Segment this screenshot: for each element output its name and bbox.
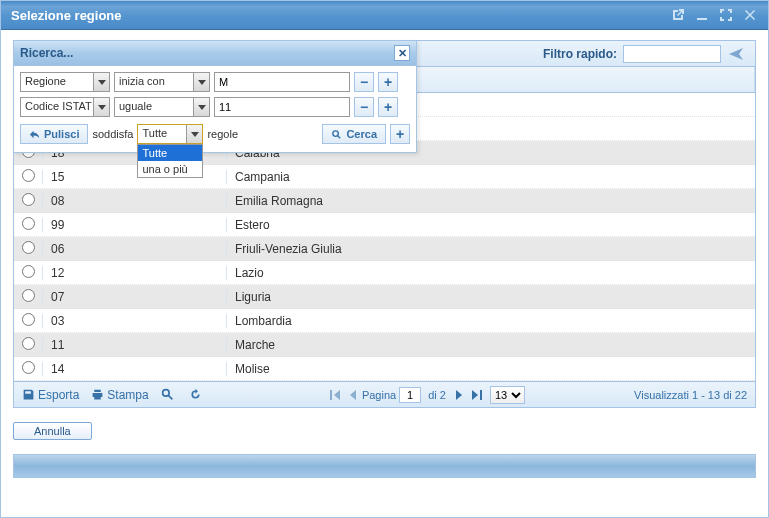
row-radio[interactable]	[22, 361, 35, 374]
chevron-down-icon[interactable]	[93, 73, 109, 91]
cell-name: Lombardia	[226, 314, 755, 328]
quick-filter-go-icon[interactable]	[727, 44, 747, 64]
cell-id: 14	[42, 362, 226, 376]
close-icon[interactable]	[742, 7, 758, 23]
match-dropdown: Tutte una o più	[137, 144, 203, 178]
row-radio[interactable]	[22, 217, 35, 230]
minimize-icon[interactable]	[694, 7, 710, 23]
field-select[interactable]: Regione	[20, 72, 110, 92]
remove-criteria-button[interactable]: −	[354, 72, 374, 92]
match-select[interactable]: Tutte Tutte una o più	[137, 124, 203, 144]
pager: Pagina di 2 13	[326, 386, 525, 404]
table-row[interactable]: 07Liguria	[14, 285, 755, 309]
display-info: Visualizzati 1 - 13 di 22	[634, 389, 747, 401]
cell-name: Lazio	[226, 266, 755, 280]
add-criteria-button[interactable]: +	[378, 72, 398, 92]
bottom-band	[13, 454, 756, 478]
dialog-header: Selezione regione	[1, 1, 768, 30]
magnifier-icon	[331, 129, 342, 140]
cell-name: Friuli-Venezia Giulia	[226, 242, 755, 256]
row-radio[interactable]	[22, 241, 35, 254]
pager-page-input[interactable]	[399, 387, 421, 403]
operator-select[interactable]: inizia con	[114, 72, 210, 92]
reset-button[interactable]: Pulisci	[20, 124, 88, 144]
search-close-button[interactable]: ✕	[394, 45, 410, 61]
criteria-value-input[interactable]	[214, 97, 350, 117]
cell-name: Emilia Romagna	[226, 194, 755, 208]
cell-name: Campania	[226, 170, 755, 184]
cell-id: 06	[42, 242, 226, 256]
quick-filter-label: Filtro rapido:	[543, 47, 617, 61]
cancel-button[interactable]: Annulla	[13, 422, 92, 440]
pager-prev-icon[interactable]	[347, 389, 359, 401]
chevron-down-icon[interactable]	[193, 73, 209, 91]
row-radio[interactable]	[22, 337, 35, 350]
table-row[interactable]: 99Estero	[14, 213, 755, 237]
row-radio[interactable]	[22, 313, 35, 326]
cell-name: Liguria	[226, 290, 755, 304]
cell-id: 12	[42, 266, 226, 280]
cell-id: 11	[42, 338, 226, 352]
cell-id: 03	[42, 314, 226, 328]
row-radio[interactable]	[22, 193, 35, 206]
search-panel: Ricerca... ✕ Regione inizia con − + Codi…	[13, 40, 417, 153]
operator-select[interactable]: uguale	[114, 97, 210, 117]
search-panel-title: Ricerca...	[20, 46, 394, 60]
svg-point-1	[162, 390, 169, 397]
match-option[interactable]: Tutte	[138, 145, 202, 161]
undo-icon	[29, 129, 40, 140]
search-go-button[interactable]: Cerca	[322, 124, 386, 144]
print-button[interactable]: Stampa	[91, 388, 148, 402]
refresh-button[interactable]	[189, 388, 205, 401]
match-prefix: soddisfa	[92, 128, 133, 140]
criteria-row: Regione inizia con − +	[20, 72, 410, 92]
match-option[interactable]: una o più	[138, 161, 202, 177]
cell-id: 07	[42, 290, 226, 304]
pager-last-icon[interactable]	[471, 389, 483, 401]
svg-rect-0	[697, 18, 707, 20]
refresh-icon	[189, 388, 202, 401]
row-radio[interactable]	[22, 265, 35, 278]
pager-pagesize-select[interactable]: 13	[490, 386, 525, 404]
cell-name: Estero	[226, 218, 755, 232]
table-row[interactable]: 03Lombardia	[14, 309, 755, 333]
field-select[interactable]: Codice ISTAT	[20, 97, 110, 117]
chevron-down-icon[interactable]	[193, 98, 209, 116]
cell-id: 08	[42, 194, 226, 208]
table-row[interactable]: 06Friuli-Venezia Giulia	[14, 237, 755, 261]
criteria-value-input[interactable]	[214, 72, 350, 92]
row-radio[interactable]	[22, 169, 35, 182]
cell-name: Marche	[226, 338, 755, 352]
remove-criteria-button[interactable]: −	[354, 97, 374, 117]
table-row[interactable]: 14Molise	[14, 357, 755, 381]
table-row[interactable]: 12Lazio	[14, 261, 755, 285]
row-radio[interactable]	[22, 289, 35, 302]
dialog-title: Selezione regione	[11, 8, 662, 23]
maximize-icon[interactable]	[718, 7, 734, 23]
export-button[interactable]: Esporta	[22, 388, 79, 402]
chevron-down-icon[interactable]	[93, 98, 109, 116]
rules-suffix: regole	[207, 128, 238, 140]
search-panel-header[interactable]: Ricerca... ✕	[14, 41, 416, 66]
pager-page-label: Pagina	[362, 389, 396, 401]
printer-icon	[91, 388, 104, 401]
criteria-row: Codice ISTAT uguale − +	[20, 97, 410, 117]
search-bottom-row: Pulisci soddisfa Tutte Tutte una o più r…	[20, 122, 410, 146]
pager-next-icon[interactable]	[453, 389, 465, 401]
add-criteria-button[interactable]: +	[378, 97, 398, 117]
grid-toolbar: Esporta Stampa Pagina d	[14, 381, 755, 407]
magnifier-icon	[161, 388, 174, 401]
table-row[interactable]: 15Campania	[14, 165, 755, 189]
open-external-icon[interactable]	[670, 7, 686, 23]
cell-name: Molise	[226, 362, 755, 376]
add-group-button[interactable]: +	[390, 124, 410, 144]
table-row[interactable]: 11Marche	[14, 333, 755, 357]
cell-id: 99	[42, 218, 226, 232]
chevron-down-icon[interactable]	[186, 125, 202, 143]
save-icon	[22, 388, 35, 401]
pager-first-icon[interactable]	[329, 389, 341, 401]
table-row[interactable]: 08Emilia Romagna	[14, 189, 755, 213]
dialog-window: Selezione regione Filtro rapido: Regione…	[0, 0, 769, 518]
quick-filter-input[interactable]	[623, 45, 721, 63]
search-icon[interactable]	[161, 388, 177, 401]
